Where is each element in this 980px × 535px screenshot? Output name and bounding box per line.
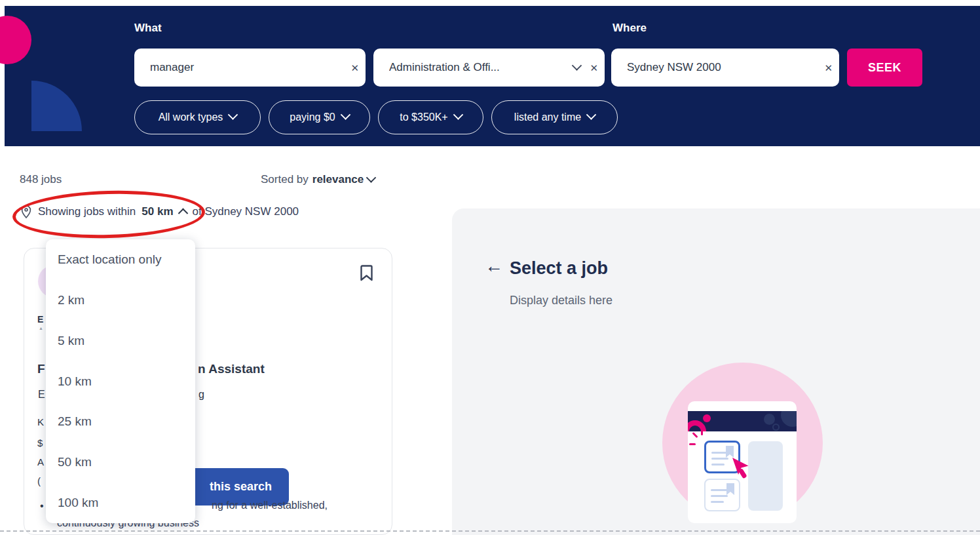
banner-blue-ring [772,424,780,431]
illustration-browser-window [688,401,797,523]
decorative-pink-circle [0,16,31,64]
rating-fragment: ▲ [39,326,43,330]
job-title-fragment[interactable]: n Assistant [198,362,265,376]
sorted-by-control[interactable]: Sorted by relevance [261,173,375,186]
sparkle-mark [692,432,698,438]
cursor-arrow-icon [730,456,753,481]
illustration-job-card [704,479,740,511]
chevron-down-icon [340,109,350,120]
banner-blue-corner-circle [781,411,797,427]
chevron-down-icon [366,172,377,183]
clear-keywords-icon[interactable]: ✕ [344,63,366,73]
crop-dashed-line [0,530,980,532]
bullet-dot: • [40,500,44,512]
mini-text-line [711,495,728,497]
company-name-fragment: E [37,314,43,325]
seek-search-button[interactable]: SEEK [847,49,922,87]
jobs-count: 848 jobs [20,173,62,186]
mini-text-line [711,501,724,503]
what-label: What [134,22,162,35]
decorative-quarter-circle [31,81,82,131]
mini-text-line [711,458,728,460]
select-job-illustration [662,363,823,523]
where-field[interactable]: ✕ [611,49,839,87]
listed-time-filter[interactable]: listed any time [491,100,618,134]
radius-value: 50 km [141,205,173,218]
select-a-job-title: Select a job [510,258,608,279]
clear-classification-icon[interactable]: ✕ [583,63,605,73]
location-pin-icon [20,205,32,219]
radius-suffix: of Sydney NSW 2000 [193,205,299,218]
work-types-filter[interactable]: All work types [134,100,261,134]
work-types-label: All work types [159,111,223,123]
salary-min-label: paying $0 [290,111,335,123]
search-header: What ✕ ✕ Where ✕ SEEK All work types pay… [5,6,980,146]
company-line-fragment: g [198,389,204,401]
radius-row: Showing jobs within 50 km of Sydney NSW … [20,205,299,219]
salary-min-filter[interactable]: paying $0 [269,100,370,134]
radius-option-5km[interactable]: 5 km [46,321,195,361]
salary-max-label: to $350K+ [400,111,447,123]
chevron-down-icon [228,109,238,120]
salary-max-filter[interactable]: to $350K+ [378,100,483,134]
sorted-by-prefix: Sorted by [261,173,309,186]
radius-option-exact[interactable]: Exact location only [46,239,195,280]
listed-time-label: listed any time [514,111,581,123]
keywords-input[interactable] [134,61,344,74]
classification-input[interactable] [373,61,573,74]
mini-text-line [711,489,728,491]
radius-option-10km[interactable]: 10 km [46,361,195,402]
classification-chevron-down-icon[interactable] [572,60,582,71]
banner-pink-ring [688,420,706,431]
radius-option-50km[interactable]: 50 km [46,442,195,483]
radius-chevron-up-icon[interactable] [178,208,188,218]
chevron-down-icon [453,109,463,120]
radius-dropdown-menu: Exact location only 2 km 5 km 10 km 25 k… [46,239,195,523]
mini-bookmark-icon [726,483,734,495]
chevron-down-icon [586,109,597,120]
job-title-first-letter: F [37,362,45,376]
salary-line-fragment: $ [37,437,43,448]
classification-field[interactable]: ✕ [373,49,605,87]
classification-line-fragment: A [37,456,44,467]
where-label: Where [612,22,647,35]
sparkle-mark [689,443,696,445]
where-input[interactable] [611,61,818,74]
location-line-fragment: K [37,416,44,427]
subclassification-line-fragment: ( [37,475,41,486]
radius-prefix: Showing jobs within [38,205,136,218]
sparkle-mark [701,429,703,435]
banner-pink-dot [703,414,711,422]
sorted-by-value: relevance [312,173,364,186]
banner-blue-blob [764,414,775,425]
display-details-subtitle: Display details here [510,294,612,307]
job-details-panel: ← Select a job Display details here [452,208,980,535]
bullet-text-fragment: ng for a well-established, [212,500,328,511]
bookmark-icon[interactable] [360,264,373,282]
back-arrow-icon[interactable]: ← [485,257,503,275]
company-line-first-letter: E [38,389,45,401]
radius-option-100km[interactable]: 100 km [46,483,195,523]
mini-text-line [711,464,725,466]
radius-option-2km[interactable]: 2 km [46,280,195,321]
keywords-field[interactable]: ✕ [134,49,366,87]
illustration-navy-banner [688,411,797,431]
clear-where-icon[interactable]: ✕ [818,63,839,73]
radius-option-25km[interactable]: 25 km [46,401,195,442]
